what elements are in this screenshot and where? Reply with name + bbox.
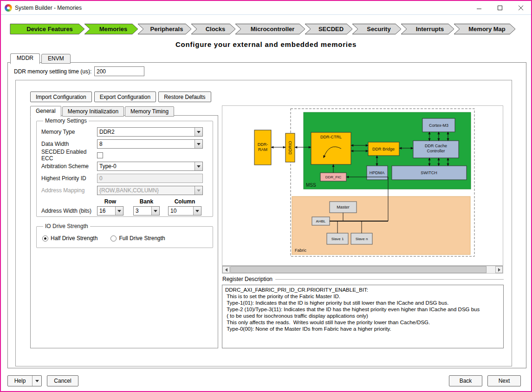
- general-tab-panel: Memory Settings Memory Type DDR2 Data Wi…: [30, 115, 218, 348]
- memory-type-label: Memory Type: [41, 129, 97, 135]
- next-button[interactable]: Next: [487, 375, 521, 386]
- chevron-down-icon[interactable]: [32, 376, 41, 386]
- slave-1-block: Slave 1: [327, 233, 348, 244]
- slave-n-block: Slave n: [351, 233, 372, 244]
- arbitration-scheme-label: Arbitration Scheme: [41, 163, 97, 170]
- master-block: Master: [330, 202, 357, 213]
- ddr-ram-label-2: RAM: [258, 147, 267, 152]
- bank-width-select[interactable]: 3: [133, 206, 160, 216]
- full-drive-strength-label: Full Drive Strength: [119, 235, 165, 242]
- ddr-fic-block: DDR_FIC: [320, 173, 346, 181]
- tab-general[interactable]: General: [30, 106, 61, 117]
- page-heading: Configure your external and embedded mem…: [1, 40, 531, 48]
- chevron-down-icon[interactable]: [151, 207, 159, 215]
- switch-block: SWITCH: [392, 166, 467, 180]
- chevron-down-icon[interactable]: [195, 128, 202, 136]
- full-drive-strength-radio[interactable]: Full Drive Strength: [110, 235, 165, 242]
- column-width-value: 10: [169, 208, 193, 214]
- half-drive-strength-radio[interactable]: Half Drive Strength: [42, 235, 97, 242]
- secded-checkbox[interactable]: [97, 152, 103, 158]
- cortex-m3-block: Cortex-M3: [422, 118, 455, 132]
- cortex-m3-label: Cortex-M3: [429, 123, 448, 128]
- tab-mddr[interactable]: MDDR: [10, 53, 40, 64]
- ddrio-block: DDRIO: [285, 133, 295, 162]
- slave-1-label: Slave 1: [331, 237, 344, 241]
- highest-priority-id-input: [97, 174, 203, 183]
- wizard-label-clocks: Clocks: [206, 26, 226, 33]
- register-description-header: Register Description: [222, 276, 504, 282]
- ddr-fic-label: DDR_FIC: [325, 175, 342, 179]
- settling-time-input[interactable]: [94, 66, 144, 76]
- wizard-steps: Device Features Memories Peripherals Clo…: [7, 24, 520, 35]
- address-width-label: Address Width (bits): [41, 208, 97, 214]
- chevron-down-icon[interactable]: [193, 207, 201, 215]
- register-description-rule: [275, 279, 504, 280]
- chevron-down-icon[interactable]: [115, 207, 123, 215]
- ahbl-label: AHBL: [316, 219, 326, 223]
- tab-memory-initialization[interactable]: Memory Initialization: [62, 106, 124, 117]
- tab-envm[interactable]: ENVM: [41, 54, 71, 64]
- scroll-left-icon: [225, 268, 227, 272]
- cancel-button[interactable]: Cancel: [47, 375, 78, 386]
- wizard-label-peripherals: Peripherals: [150, 26, 183, 33]
- system-builder-window: System Builder - Memories Device Feature…: [0, 0, 532, 392]
- help-button-label[interactable]: Help: [8, 376, 32, 386]
- ddrio-label: DDRIO: [288, 141, 292, 155]
- maximize-button[interactable]: [489, 1, 510, 15]
- import-configuration-button[interactable]: Import Configuration: [30, 91, 92, 102]
- wizard-label-memories: Memories: [99, 26, 128, 33]
- column-width-select[interactable]: 10: [168, 206, 201, 216]
- restore-defaults-button[interactable]: Restore Defaults: [158, 91, 211, 102]
- memory-category-tabs: MDDR ENVM: [10, 53, 72, 64]
- io-drive-strength-group: IO Drive Strength Half Drive Strength Fu…: [36, 223, 213, 248]
- diagram-hscrollbar[interactable]: [222, 266, 503, 274]
- wizard-label-interrupts: Interrupts: [416, 26, 444, 33]
- switch-label: SWITCH: [421, 170, 437, 175]
- titlebar: System Builder - Memories: [1, 1, 531, 15]
- bank-width-value: 3: [134, 208, 151, 214]
- wizard-label-device-features: Device Features: [26, 26, 73, 33]
- register-description-text: DDRC_AXI_FABRIC_PRI_ID_CR.PRIORITY_ENABL…: [225, 287, 500, 332]
- register-description-box: DDRC_AXI_FABRIC_PRI_ID_CR.PRIORITY_ENABL…: [222, 285, 504, 348]
- memory-type-select[interactable]: DDR2: [97, 127, 203, 137]
- data-width-select[interactable]: 8: [97, 139, 203, 149]
- scrollbar-track[interactable]: [230, 266, 495, 273]
- tab-memory-timing[interactable]: Memory Timing: [125, 106, 174, 117]
- hpdma-label: HPDMA: [370, 170, 385, 175]
- register-description-label: Register Description: [222, 276, 272, 282]
- scroll-right-button[interactable]: [495, 266, 503, 273]
- mss-label: MSS: [306, 183, 316, 188]
- chevron-down-icon[interactable]: [195, 140, 202, 148]
- configuration-buttons: Import Configuration Export Configuratio…: [30, 91, 211, 102]
- help-button[interactable]: Help: [7, 375, 42, 386]
- arbitration-scheme-select[interactable]: Type-0: [97, 162, 203, 171]
- chevron-down-icon[interactable]: [195, 162, 202, 170]
- window-title: System Builder - Memories: [15, 5, 82, 11]
- scroll-left-button[interactable]: [222, 266, 230, 273]
- half-drive-strength-label: Half Drive Strength: [51, 235, 97, 242]
- wizard-label-security: Security: [367, 26, 391, 33]
- hpdma-block: HPDMA: [367, 166, 388, 180]
- scrollbar-thumb[interactable]: [230, 266, 487, 273]
- column-column-header: Column: [168, 198, 201, 205]
- memory-settings-title: Memory Settings: [43, 118, 89, 124]
- secded-row: SECDED Enabled ECC: [41, 150, 208, 160]
- window-controls: [468, 1, 531, 15]
- chevron-down-icon: [195, 186, 202, 195]
- bank-column-header: Bank: [133, 198, 160, 205]
- minimize-icon: [477, 6, 481, 10]
- row-width-select[interactable]: 16: [97, 206, 123, 216]
- close-button[interactable]: [510, 1, 531, 15]
- app-icon: [5, 4, 12, 12]
- address-mapping-value: {ROW,BANK,COLUMN}: [97, 187, 195, 194]
- memory-type-value: DDR2: [97, 129, 195, 135]
- mddr-tab-panel: DDR memory settling time (us): Import Co…: [7, 62, 526, 368]
- address-mapping-select: {ROW,BANK,COLUMN}: [97, 186, 203, 195]
- address-mapping-label: Address Mapping: [41, 187, 97, 194]
- arbitration-scheme-value: Type-0: [97, 163, 195, 170]
- configuration-frame: Import Configuration Export Configuratio…: [15, 80, 512, 366]
- minimize-button[interactable]: [468, 1, 489, 15]
- export-configuration-button[interactable]: Export Configuration: [94, 91, 156, 102]
- back-button[interactable]: Back: [449, 375, 482, 386]
- close-icon: [519, 6, 523, 10]
